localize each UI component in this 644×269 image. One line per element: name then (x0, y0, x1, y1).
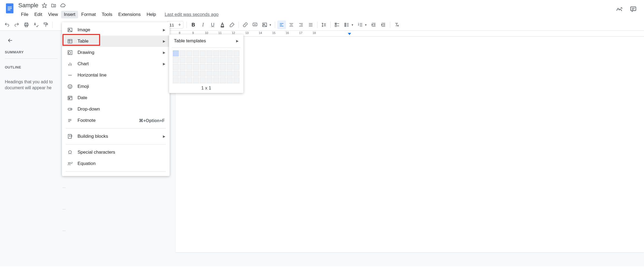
insert-table-item[interactable]: Table ▶ (62, 36, 170, 47)
table-grid-cell[interactable] (233, 64, 239, 70)
checklist-button[interactable] (333, 20, 341, 29)
insert-drawing-item[interactable]: Drawing ▶ (62, 47, 170, 58)
table-grid-cell[interactable] (193, 57, 199, 63)
insert-horizontal-line-item[interactable]: Horizontal line (62, 70, 170, 81)
table-grid-cell[interactable] (213, 50, 219, 56)
bold-button[interactable]: B (189, 20, 198, 29)
chevron-down-icon[interactable]: ▼ (269, 23, 272, 26)
activity-icon[interactable] (615, 5, 623, 13)
table-grid-cell[interactable] (206, 71, 212, 77)
insert-date-item[interactable]: Date (62, 92, 170, 104)
cloud-status-icon[interactable] (60, 2, 66, 9)
table-grid-cell[interactable] (213, 57, 219, 63)
chevron-down-icon[interactable]: ▼ (351, 23, 354, 26)
table-grid-cell[interactable] (193, 64, 199, 70)
table-grid-cell[interactable] (180, 71, 186, 77)
insert-special-characters-item[interactable]: Ω Special characters (62, 147, 170, 158)
table-grid-cell[interactable] (227, 57, 233, 63)
bulleted-list-button[interactable] (342, 20, 351, 29)
table-grid-cell[interactable] (173, 71, 179, 77)
table-grid-cell[interactable] (233, 50, 239, 56)
table-templates-item[interactable]: Table templates ▶ (169, 35, 243, 47)
table-grid-cell[interactable] (233, 77, 239, 83)
menu-insert[interactable]: Insert (61, 11, 78, 18)
comments-icon[interactable] (629, 5, 637, 13)
right-indent-marker[interactable] (348, 33, 351, 35)
doc-title[interactable]: Sample (18, 2, 38, 9)
star-icon[interactable] (41, 2, 48, 9)
table-grid-cell[interactable] (200, 50, 206, 56)
table-grid-cell[interactable] (227, 50, 233, 56)
table-grid-cell[interactable] (200, 57, 206, 63)
table-grid-cell[interactable] (233, 71, 239, 77)
increase-indent-button[interactable] (379, 20, 388, 29)
font-size-increase[interactable]: + (176, 22, 183, 28)
table-grid-cell[interactable] (193, 71, 199, 77)
table-grid-cell[interactable] (213, 77, 219, 83)
align-center-button[interactable] (287, 20, 296, 29)
table-grid-cell[interactable] (206, 57, 212, 63)
table-grid-cell[interactable] (213, 64, 219, 70)
table-grid-cell[interactable] (186, 57, 192, 63)
insert-building-blocks-item[interactable]: Building blocks ▶ (62, 131, 170, 142)
table-grid-cell[interactable] (206, 64, 212, 70)
table-size-grid[interactable] (169, 50, 243, 83)
insert-link-button[interactable] (241, 20, 250, 29)
redo-button[interactable] (12, 20, 21, 29)
table-grid-cell[interactable] (180, 50, 186, 56)
menu-tools[interactable]: Tools (99, 11, 115, 18)
table-grid-cell[interactable] (173, 77, 179, 83)
menu-help[interactable]: Help (144, 11, 159, 18)
table-grid-cell[interactable] (186, 71, 192, 77)
add-comment-button[interactable] (251, 20, 259, 29)
text-color-button[interactable]: A (218, 20, 227, 29)
align-left-button[interactable] (277, 20, 286, 29)
align-right-button[interactable] (297, 20, 305, 29)
table-grid-cell[interactable] (173, 64, 179, 70)
underline-button[interactable]: U (208, 20, 217, 29)
table-grid-cell[interactable] (186, 50, 192, 56)
clear-formatting-button[interactable] (392, 20, 401, 29)
collapse-outline-button[interactable] (6, 36, 15, 45)
insert-equation-item[interactable]: π² Equation (62, 158, 170, 169)
docs-logo[interactable] (4, 2, 15, 15)
menu-view[interactable]: View (46, 11, 61, 18)
table-grid-cell[interactable] (233, 57, 239, 63)
spellcheck-button[interactable] (32, 20, 40, 29)
table-grid-cell[interactable] (186, 64, 192, 70)
undo-button[interactable] (3, 20, 11, 29)
chevron-down-icon[interactable]: ▼ (365, 23, 367, 26)
table-grid-cell[interactable] (173, 50, 179, 56)
table-grid-cell[interactable] (220, 57, 226, 63)
table-grid-cell[interactable] (220, 64, 226, 70)
insert-dropdown-item[interactable]: Drop-down (62, 104, 170, 115)
decrease-indent-button[interactable] (369, 20, 378, 29)
insert-emoji-item[interactable]: Emoji (62, 81, 170, 92)
table-grid-cell[interactable] (227, 77, 233, 83)
table-grid-cell[interactable] (200, 77, 206, 83)
align-justify-button[interactable] (306, 20, 315, 29)
paint-format-button[interactable] (41, 20, 50, 29)
document-page[interactable] (176, 37, 644, 252)
insert-footnote-item[interactable]: Footnote ⌘+Option+F (62, 115, 170, 126)
table-grid-cell[interactable] (227, 64, 233, 70)
table-grid-cell[interactable] (200, 71, 206, 77)
table-grid-cell[interactable] (227, 71, 233, 77)
move-icon[interactable] (50, 2, 57, 9)
print-button[interactable] (22, 20, 31, 29)
menu-file[interactable]: File (18, 11, 31, 18)
highlight-color-button[interactable] (228, 20, 236, 29)
insert-image-item[interactable]: Image ▶ (62, 24, 170, 36)
insert-image-button[interactable] (260, 20, 269, 29)
table-grid-cell[interactable] (180, 77, 186, 83)
table-grid-cell[interactable] (213, 71, 219, 77)
table-grid-cell[interactable] (193, 77, 199, 83)
table-grid-cell[interactable] (200, 64, 206, 70)
table-grid-cell[interactable] (220, 50, 226, 56)
last-edit-link[interactable]: Last edit was seconds ago (164, 12, 218, 17)
table-grid-cell[interactable] (206, 77, 212, 83)
font-size-control[interactable]: 11 + (167, 21, 183, 29)
table-grid-cell[interactable] (180, 57, 186, 63)
italic-button[interactable]: I (199, 20, 207, 29)
table-grid-cell[interactable] (220, 71, 226, 77)
